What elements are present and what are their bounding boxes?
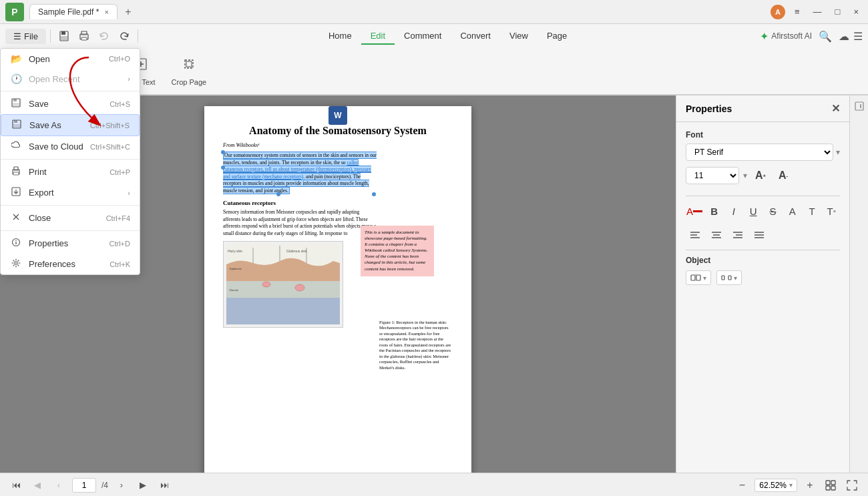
search-button[interactable]: 🔍	[819, 30, 832, 43]
pdf-caption: Figure 1: Receptors in the human skin: M…	[379, 320, 453, 370]
side-collapse-button[interactable]	[849, 95, 868, 473]
crop-page-tool-button[interactable]: Crop Page	[165, 53, 214, 90]
section-title: Cutaneous receptors	[223, 200, 453, 206]
font-family-select[interactable]: PT Serif	[686, 144, 833, 161]
font-section: Font PT Serif ▾ 11 ▾ A+ A-	[686, 130, 840, 185]
tab-title: Sample File.pdf *	[38, 7, 99, 17]
distribute-object-button[interactable]: ▾	[716, 270, 742, 285]
zoom-display[interactable]: 62.52% ▾	[754, 479, 797, 492]
selection-handle-tl	[221, 150, 225, 154]
redo-button[interactable]	[115, 27, 134, 45]
print-label: Print	[29, 167, 103, 177]
more-button[interactable]: ☰	[853, 30, 863, 43]
fullscreen-button[interactable]	[844, 477, 860, 493]
align-right-button[interactable]	[728, 226, 747, 244]
preferences-menu-item[interactable]: Preferences Ctrl+K	[1, 254, 140, 274]
svg-rect-47	[831, 486, 835, 490]
save-menu-item[interactable]: Save Ctrl+S	[1, 93, 140, 114]
file-dropdown-menu: 📂 Open Ctrl+O 🕐 Open Recent › Save Ctrl+…	[0, 48, 140, 275]
align-left-button[interactable]	[686, 226, 704, 244]
save-quick-button[interactable]	[55, 27, 73, 45]
open-recent-menu-item[interactable]: 🕐 Open Recent ›	[1, 69, 140, 89]
distribute-chevron: ▾	[734, 274, 737, 282]
italic-button[interactable]: I	[725, 202, 742, 220]
first-page-button[interactable]: ⏮	[8, 477, 24, 493]
close-label: Close	[29, 213, 99, 223]
svg-point-64	[15, 262, 17, 264]
brand-icon: ✦	[760, 30, 769, 43]
close-menu-item[interactable]: Close Ctrl+F4	[1, 208, 140, 228]
preferences-shortcut: Ctrl+K	[110, 260, 130, 268]
prev-page-button[interactable]: ◀	[29, 477, 45, 493]
font-size-select[interactable]: 11	[686, 167, 739, 184]
user-avatar[interactable]: A	[771, 5, 785, 19]
bold-button[interactable]: B	[706, 202, 722, 220]
tab-view[interactable]: View	[500, 28, 537, 45]
text-style-t-button[interactable]: T	[803, 202, 820, 220]
open-menu-item[interactable]: 📂 Open Ctrl+O	[1, 49, 140, 69]
font-style-a-button[interactable]: A	[784, 202, 801, 220]
align-center-button[interactable]	[707, 226, 726, 244]
tab-edit[interactable]: Edit	[361, 28, 395, 45]
close-tab-button[interactable]: ×	[104, 8, 108, 16]
undo-button[interactable]	[95, 27, 114, 45]
font-decrease-button[interactable]: A-	[774, 166, 793, 185]
properties-shortcut: Ctrl+D	[110, 240, 130, 248]
svg-rect-49	[13, 99, 17, 101]
properties-close-button[interactable]: ✕	[831, 102, 840, 115]
text-selection-area[interactable]: Our somatosensory system consists of sen…	[223, 152, 453, 194]
brand: ✦ Afirstsoft AI	[760, 30, 812, 43]
last-page-button[interactable]: ⏭	[156, 477, 172, 493]
open-label: Open	[29, 54, 102, 64]
tab-home[interactable]: Home	[319, 28, 361, 45]
object-controls: ▾ ▾	[686, 270, 840, 285]
menu-icon[interactable]: ≡	[791, 7, 804, 17]
tab-convert[interactable]: Convert	[451, 28, 500, 45]
svg-rect-50	[13, 103, 19, 106]
crop-icon	[182, 57, 196, 75]
align-object-button[interactable]: ▾	[686, 270, 711, 285]
next-page-button[interactable]: ›	[114, 477, 130, 493]
next-page-button2[interactable]: ▶	[135, 477, 151, 493]
svg-rect-40	[722, 276, 724, 280]
clear-format-button[interactable]: T×	[823, 202, 840, 220]
font-increase-button[interactable]: A+	[751, 166, 770, 185]
zoom-in-button[interactable]: +	[803, 478, 817, 493]
pdf-page: Anatomy of the Somatosensory System From…	[204, 106, 471, 473]
text-style-row: A B I U S A T T×	[686, 202, 840, 220]
properties-menu-item[interactable]: Properties Ctrl+D	[1, 233, 140, 254]
page-number-input[interactable]	[72, 478, 96, 493]
export-menu-item[interactable]: Export ›	[1, 182, 140, 203]
strikethrough-button[interactable]: S	[765, 202, 781, 220]
print-quick-button[interactable]	[75, 27, 93, 45]
file-menu-button[interactable]: ☰ File	[5, 29, 46, 44]
fit-page-button[interactable]	[823, 477, 839, 493]
align-justify-button[interactable]	[750, 226, 769, 244]
prev-page-button2[interactable]: ‹	[51, 477, 67, 493]
svg-text:Dermis: Dermis	[230, 288, 238, 292]
save-to-cloud-menu-item[interactable]: Save to Cloud Ctrl+Shift+C	[1, 136, 140, 157]
underline-button[interactable]: U	[745, 202, 762, 220]
app-logo: P	[5, 3, 24, 21]
svg-point-19	[262, 282, 270, 287]
crop-page-label: Crop Page	[172, 78, 207, 86]
print-menu-item[interactable]: Print Ctrl+P	[1, 162, 140, 182]
tab-comment[interactable]: Comment	[395, 28, 451, 45]
minimize-button[interactable]: —	[809, 7, 826, 17]
zoom-out-button[interactable]: −	[734, 478, 749, 493]
new-tab-button[interactable]: +	[120, 4, 136, 20]
text-color-bar	[693, 210, 702, 212]
file-tab[interactable]: Sample File.pdf * ×	[29, 4, 118, 19]
tab-page[interactable]: Page	[537, 28, 576, 45]
maximize-button[interactable]: □	[831, 7, 845, 17]
text-color-button[interactable]: A	[686, 202, 703, 220]
cloud-button[interactable]: ☁	[839, 30, 849, 43]
pink-box-text: This is a sample document to showcase pa…	[365, 230, 427, 272]
preferences-label: Preferences	[29, 259, 103, 269]
open-recent-label: Open Recent	[29, 74, 121, 84]
save-as-menu-item[interactable]: Save As Ctrl+Shift+S	[1, 114, 140, 136]
properties-title: Properties	[686, 103, 732, 114]
divider-after-export	[1, 205, 140, 206]
close-window-button[interactable]: ×	[849, 7, 863, 17]
align-chevron: ▾	[703, 274, 706, 282]
